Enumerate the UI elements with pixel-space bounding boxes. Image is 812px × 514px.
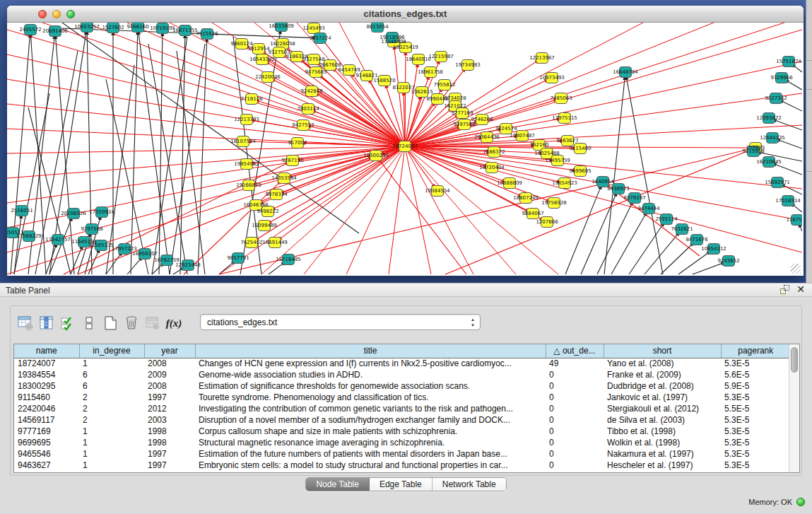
node-label: 19654923 (552, 180, 577, 186)
node-label: 1588520 (373, 78, 395, 83)
column-header[interactable]: name (14, 344, 79, 358)
table-row[interactable]: 911546021997Tourette syndrome. Phenomeno… (14, 392, 790, 403)
node-label: 20691406 (42, 28, 68, 34)
scrollbar-thumb[interactable] (791, 347, 798, 373)
node-label: 17016514 (775, 198, 801, 204)
node-label: 1527602 (102, 25, 124, 30)
node-label: 8938923 (607, 186, 629, 192)
table-row[interactable]: 946554611997Estimation of the future num… (14, 448, 790, 460)
node-label: 9243652 (717, 258, 739, 264)
node-label: 19166829 (236, 182, 261, 188)
node-label: 2718126 (240, 96, 263, 102)
table-settings-icon[interactable] (15, 313, 36, 333)
node-label: 9466160 (126, 24, 148, 30)
node-label: 15692971 (765, 180, 790, 185)
node-label: 8454749 (338, 67, 360, 73)
table-row[interactable]: 946362711997Embryonic stem cells: a mode… (14, 460, 790, 471)
node-label: 8471676 (686, 237, 708, 243)
node-label: 16961758 (418, 69, 443, 75)
node-label: 6879197 (623, 195, 645, 201)
node-label: 9115460 (569, 146, 591, 151)
node-label: 9884067 (522, 211, 543, 216)
node-label: 9475685 (305, 69, 326, 75)
network-desktop: citations_edges.txt 18724007986012459129… (0, 0, 812, 283)
table-row[interactable]: 977716911998Corpus callosum shape and si… (14, 426, 790, 437)
network-canvas[interactable]: 1872400798601245912954182260589327503818… (7, 23, 802, 275)
dropdown-spinner-icon: ▲▼ (471, 317, 475, 328)
node-label: 18807249 (513, 195, 539, 201)
select-rows-icon[interactable] (57, 313, 78, 333)
table-selector-dropdown[interactable]: citations_edges.txt ▲▼ (200, 314, 481, 330)
node-label: 1640954 (592, 179, 614, 185)
node-label: 9327548 (302, 57, 324, 62)
status-bar: Memory: OK (748, 498, 805, 506)
function-builder-icon[interactable]: f(x) (163, 313, 184, 333)
resize-grip-icon[interactable] (791, 264, 801, 274)
node-label: 1167533 (786, 217, 802, 223)
node-label: 12213393 (234, 117, 259, 122)
node-label: 18226058 (270, 41, 295, 47)
node-label: 1207866 (536, 219, 558, 225)
node-label: 7515526 (196, 31, 218, 37)
node-label: 1362615 (411, 89, 433, 95)
column-header[interactable]: year (144, 344, 195, 358)
node-label: 1245493 (302, 25, 324, 31)
table-row[interactable]: 2242004622012Investigating the contribut… (14, 403, 790, 414)
node-label: 12444135 (760, 135, 785, 141)
node-label: 16720404 (479, 165, 505, 170)
column-header[interactable]: pagerank (721, 344, 790, 358)
attribute-table[interactable]: namein_degreeyeartitle△ out_de...shortpa… (13, 344, 800, 473)
node-label: 16958107 (132, 251, 158, 257)
node-label: 9215958 (742, 148, 764, 154)
node-label: 10807487 (510, 133, 535, 139)
delete-table-icon[interactable] (142, 313, 163, 333)
column-header[interactable]: in_degree (79, 344, 144, 358)
node-label: 9242848 (300, 88, 322, 94)
node-label: 162160 (530, 142, 549, 148)
node-label: 18724007 (392, 144, 418, 149)
table-row[interactable]: 1456911722003Disruption of a novel membe… (14, 414, 790, 426)
node-label: 12215987 (428, 54, 454, 59)
node-label: 9463627 (556, 138, 578, 144)
node-label: 7485063 (550, 95, 572, 101)
table-scrollbar[interactable] (789, 344, 799, 472)
table-row[interactable]: 1872400712008Changes of HCN gene express… (14, 358, 790, 369)
delete-column-icon[interactable] (121, 313, 142, 333)
node-label: 10653257 (74, 24, 100, 30)
table-toolbar: f(x) (15, 312, 184, 334)
row-height-icon[interactable] (78, 313, 100, 333)
table-row[interactable]: 1938455462009Genome-wide association stu… (14, 369, 790, 380)
column-header[interactable]: short (604, 344, 721, 358)
tab-network-table[interactable]: Network Table (433, 478, 506, 491)
table-row[interactable]: 969969511998Structural magnetic resonanc… (14, 437, 790, 448)
node-label: 9857791 (227, 255, 249, 261)
table-row[interactable]: 1830029562008Estimation of significance … (14, 380, 790, 392)
table-panel-title: Table Panel (6, 286, 50, 296)
node-label: 18300295 (363, 153, 389, 158)
node-label: 8427552 (292, 122, 314, 128)
node-label: 7625402 (240, 240, 262, 245)
node-label: 9329966 (770, 75, 793, 81)
network-graph[interactable]: 1872400798601245912954182260589327503818… (7, 23, 802, 275)
float-panel-icon[interactable] (780, 285, 789, 294)
close-panel-icon[interactable]: ✕ (796, 285, 805, 294)
new-table-icon[interactable] (100, 313, 121, 333)
table-panel-body: f(x) citations_edges.txt ▲▼ namein_degre… (0, 298, 812, 514)
node-label: 14353594 (271, 175, 297, 181)
node-label: 19495759 (545, 158, 570, 163)
network-view-window[interactable]: citations_edges.txt 18724007986012459129… (7, 6, 804, 276)
node-label: 12213967 (529, 55, 555, 61)
column-header[interactable]: title (195, 344, 546, 358)
node-label: 19756928 (541, 200, 567, 206)
node-label: 12923448 (175, 262, 201, 268)
tab-node-table[interactable]: Node Table (306, 478, 370, 491)
node-label: 20206526 (61, 211, 86, 216)
column-header[interactable]: △ out_de... (546, 344, 604, 358)
node-label: 10325419 (393, 45, 418, 50)
node-label: 6734028 (444, 95, 466, 101)
node-label: 917004 (288, 140, 307, 146)
show-column-icon[interactable] (36, 313, 57, 333)
window-titlebar[interactable]: citations_edges.txt (7, 6, 804, 23)
node-label: 2516051 (11, 208, 33, 214)
tab-edge-table[interactable]: Edge Table (370, 478, 433, 491)
